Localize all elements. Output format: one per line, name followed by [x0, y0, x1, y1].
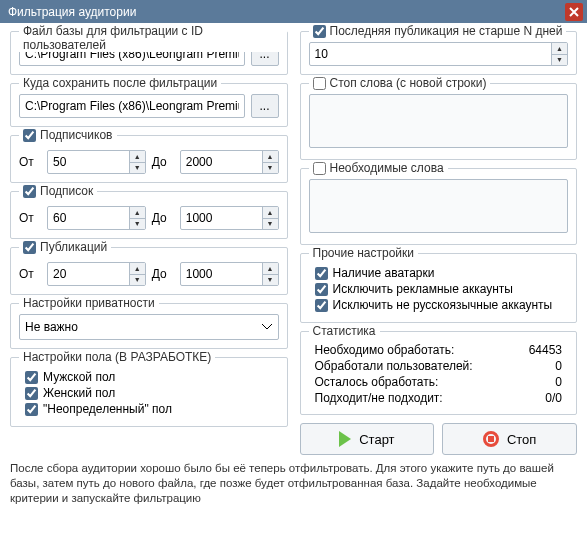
needwords-textarea[interactable]	[309, 179, 569, 233]
follows-from-label: От	[19, 211, 41, 225]
subscribers-label: Подписчиков	[40, 128, 113, 142]
close-button[interactable]	[565, 3, 583, 21]
play-icon	[339, 431, 351, 447]
publications-label: Публикаций	[40, 240, 107, 254]
close-icon	[569, 7, 579, 17]
stats-left-label: Осталось обработать:	[315, 375, 439, 389]
pubs-from-label: От	[19, 267, 41, 281]
stats-need-label: Необходимо обработать:	[315, 343, 455, 357]
save-group: Куда сохранить после фильтрации ...	[10, 83, 288, 127]
lastpub-label: Последняя публикация не старше N дней	[330, 24, 563, 38]
stop-label: Стоп	[507, 432, 536, 447]
subs-from-label: От	[19, 155, 41, 169]
gender-female-label: Женский пол	[43, 386, 115, 400]
needwords-group: Необходимые слова	[300, 168, 578, 245]
window-title: Фильтрация аудитории	[8, 5, 565, 19]
publications-checkbox[interactable]	[23, 241, 36, 254]
stopwords-textarea[interactable]	[309, 94, 569, 148]
follows-checkbox[interactable]	[23, 185, 36, 198]
needwords-label: Необходимые слова	[330, 161, 444, 175]
start-label: Старт	[359, 432, 394, 447]
spin-up[interactable]: ▲	[262, 263, 278, 275]
stopwords-label: Стоп слова (с новой строки)	[330, 76, 487, 90]
stopwords-checkbox[interactable]	[313, 77, 326, 90]
exclude-ads-checkbox[interactable]	[315, 283, 328, 296]
stop-button[interactable]: Стоп	[442, 423, 577, 455]
privacy-select[interactable]: Не важно	[19, 314, 279, 340]
gender-group: Настройки пола (В РАЗРАБОТКЕ) Мужской по…	[10, 357, 288, 427]
gender-undef-label: "Неопределенный" пол	[43, 402, 172, 416]
gender-female-checkbox[interactable]	[25, 387, 38, 400]
pubs-to-label: До	[152, 267, 174, 281]
gender-undef-checkbox[interactable]	[25, 403, 38, 416]
stats-label: Статистика	[309, 324, 380, 338]
spin-down[interactable]: ▼	[262, 163, 278, 174]
exclude-ads-label: Исключить рекламные аккаунты	[333, 282, 513, 296]
subs-to-label: До	[152, 155, 174, 169]
gender-label: Настройки пола (В РАЗРАБОТКЕ)	[19, 350, 215, 364]
stop-icon	[483, 431, 499, 447]
privacy-group: Настройки приватности Не важно	[10, 303, 288, 349]
other-label: Прочие настройки	[309, 246, 418, 260]
file-group: Файл базы для фильтрации с ID пользовате…	[10, 31, 288, 75]
stats-need-value: 64453	[529, 343, 562, 357]
spin-down[interactable]: ▼	[262, 219, 278, 230]
spin-down[interactable]: ▼	[262, 275, 278, 286]
start-button[interactable]: Старт	[300, 423, 435, 455]
footer-text: После сбора аудитории хорошо было бы её …	[0, 457, 587, 514]
spin-up[interactable]: ▲	[262, 207, 278, 219]
avatar-checkbox[interactable]	[315, 267, 328, 280]
spin-up[interactable]: ▲	[129, 151, 145, 163]
spin-up[interactable]: ▲	[129, 263, 145, 275]
follows-group: Подписок От ▲▼ До ▲▼	[10, 191, 288, 239]
stats-ratio-label: Подходит/не подходит:	[315, 391, 443, 405]
gender-male-checkbox[interactable]	[25, 371, 38, 384]
exclude-nonru-checkbox[interactable]	[315, 299, 328, 312]
spin-up[interactable]: ▲	[129, 207, 145, 219]
follows-label: Подписок	[40, 184, 93, 198]
stats-group: Статистика Необходимо обработать:64453 О…	[300, 331, 578, 415]
subscribers-group: Подписчиков От ▲▼ До ▲▼	[10, 135, 288, 183]
other-group: Прочие настройки Наличие аватарки Исключ…	[300, 253, 578, 323]
exclude-nonru-label: Исключить не русскоязычные аккаунты	[333, 298, 553, 312]
stats-done-value: 0	[555, 359, 562, 373]
browse-save-button[interactable]: ...	[251, 94, 279, 118]
follows-to-label: До	[152, 211, 174, 225]
spin-up[interactable]: ▲	[551, 43, 567, 55]
stopwords-group: Стоп слова (с новой строки)	[300, 83, 578, 160]
spin-up[interactable]: ▲	[262, 151, 278, 163]
save-path-input[interactable]	[19, 94, 245, 118]
lastpub-checkbox[interactable]	[313, 25, 326, 38]
privacy-label: Настройки приватности	[19, 296, 159, 310]
spin-down[interactable]: ▼	[129, 163, 145, 174]
publications-group: Публикаций От ▲▼ До ▲▼	[10, 247, 288, 295]
subscribers-checkbox[interactable]	[23, 129, 36, 142]
spin-down[interactable]: ▼	[551, 55, 567, 66]
file-label: Файл базы для фильтрации с ID пользовате…	[19, 24, 287, 52]
lastpub-group: Последняя публикация не старше N дней ▲▼	[300, 31, 578, 75]
spin-down[interactable]: ▼	[129, 219, 145, 230]
titlebar: Фильтрация аудитории	[0, 0, 587, 23]
stats-left-value: 0	[555, 375, 562, 389]
save-label: Куда сохранить после фильтрации	[19, 76, 221, 90]
stats-done-label: Обработали пользователей:	[315, 359, 473, 373]
stats-ratio-value: 0/0	[545, 391, 562, 405]
spin-down[interactable]: ▼	[129, 275, 145, 286]
lastpub-input[interactable]	[309, 42, 569, 66]
avatar-label: Наличие аватарки	[333, 266, 435, 280]
gender-male-label: Мужской пол	[43, 370, 115, 384]
needwords-checkbox[interactable]	[313, 162, 326, 175]
